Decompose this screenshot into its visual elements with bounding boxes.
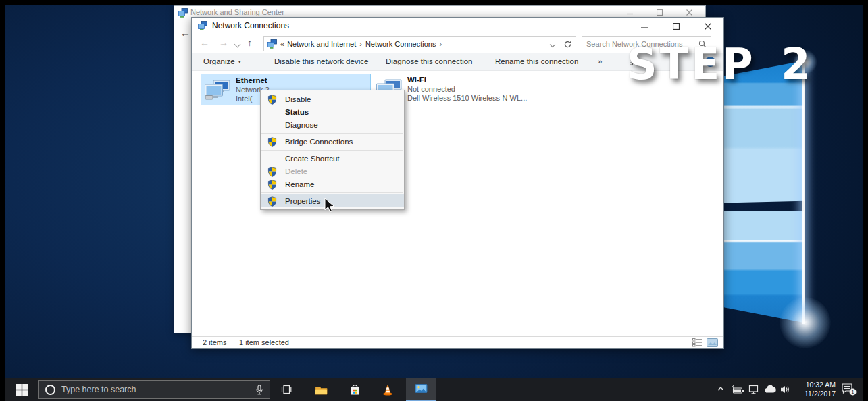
store-bag-icon [349,384,361,396]
status-bar: 2 items 1 item selected [192,336,723,348]
breadcrumb-prefix: « [280,40,284,48]
network-app-icon [415,383,428,394]
nav-forward-icon[interactable]: → [219,37,228,48]
more-commands-chevron[interactable]: » [598,57,602,65]
task-view-icon [280,384,292,395]
windows-logo-glow-bottom [780,297,831,348]
microsoft-store-button[interactable] [341,378,368,401]
refresh-button[interactable] [559,36,576,51]
windows-logo-icon [16,384,28,396]
network-sharing-center-icon [178,8,188,18]
wifi-connection-item[interactable]: Wi-Fi Not connected Dell Wireless 1510 W… [373,74,593,105]
taskbar-search-box[interactable] [38,380,270,399]
nav-up-icon[interactable]: ↑ [247,37,252,48]
address-location-icon [267,39,277,49]
address-dropdown-icon[interactable] [550,42,555,47]
clock-time: 10:32 AM [788,381,836,390]
vlc-button[interactable] [374,378,401,401]
ethernet-adapter-icon [205,80,232,100]
taskbar-search-input[interactable] [61,385,224,394]
item-count: 2 items [203,338,226,346]
onedrive-icon[interactable] [764,384,777,394]
details-view-icon[interactable] [692,338,703,347]
window-title: Network and Sharing Center [190,8,284,16]
start-button[interactable] [8,378,35,401]
mouse-cursor [324,198,339,214]
breadcrumb-network-connections[interactable]: Network Connections [365,40,436,48]
connection-name: Ethernet [236,76,270,86]
minimize-button[interactable] [628,18,660,34]
menu-item-rename[interactable]: Rename [261,178,404,190]
network-connections-icon [198,21,207,30]
notification-count: 1 [851,389,854,395]
breadcrumb-separator: › [439,40,442,48]
uac-shield-icon [267,180,277,190]
action-center-button[interactable]: 1 [841,383,857,396]
menu-item-status[interactable]: Status [261,105,404,118]
clock-date: 11/2/2017 [788,390,836,398]
connection-status: Not connected [407,85,527,95]
uac-shield-icon [267,95,277,105]
menu-item-diagnose[interactable]: Diagnose [261,118,404,131]
menu-separator [261,133,403,134]
disable-device-button[interactable]: Disable this network device [274,57,368,65]
breadcrumb-network-and-internet[interactable]: Network and Internet [287,40,356,48]
breadcrumb-separator: › [359,40,362,48]
organize-button[interactable]: Organize▾ [203,57,241,65]
microphone-icon[interactable] [255,385,264,396]
menu-item-create-shortcut[interactable]: Create Shortcut [261,152,404,165]
refresh-icon [563,40,572,49]
menu-item-delete: Delete [261,165,404,178]
diagnose-connection-button[interactable]: Diagnose this connection [386,57,473,65]
tray-show-hidden-icons[interactable] [716,384,725,394]
connection-name: Wi-Fi [407,76,527,85]
window-title: Network Connections [212,21,289,30]
nav-back-icon[interactable]: ← [200,37,209,48]
active-network-app-button[interactable] [406,378,436,401]
uac-shield-icon [267,196,277,207]
back-arrow-icon[interactable]: ← [180,27,190,38]
taskbar: 10:32 AM 11/2/2017 1 [5,378,863,401]
folder-icon [315,385,328,395]
battery-icon[interactable] [731,384,744,395]
window-titlebar[interactable]: Network Connections [192,18,723,34]
close-button[interactable] [692,18,723,34]
screen: Network and Sharing Center ← Network Con… [0,0,868,401]
selection-count: 1 item selected [239,338,289,346]
maximize-button[interactable] [660,18,692,34]
menu-separator [261,192,403,193]
rename-connection-button[interactable]: Rename this connection [495,57,578,65]
menu-item-bridge-connections[interactable]: Bridge Connections [261,135,404,148]
address-bar[interactable]: « Network and Internet › Network Connect… [263,36,559,51]
network-status-icon[interactable] [748,384,760,395]
task-view-button[interactable] [273,378,300,401]
dropdown-arrow-icon: ▾ [238,59,241,65]
menu-separator [261,150,403,151]
thumbnail-view-icon[interactable] [707,338,718,347]
menu-item-disable[interactable]: Disable [261,92,404,105]
context-menu: Disable Status Diagnose Bridge Connectio… [260,90,405,210]
uac-shield-icon [267,137,277,147]
windows-logo-edge-light [802,59,805,324]
file-explorer-button[interactable] [307,378,334,401]
nav-history-chevron-icon[interactable] [234,41,241,48]
cortana-icon [45,385,55,395]
taskbar-clock[interactable]: 10:32 AM 11/2/2017 [788,381,836,398]
uac-shield-icon [267,167,277,177]
vlc-cone-icon [382,384,394,396]
step-overlay-label: STEP 2 [627,38,813,90]
connection-device: Dell Wireless 1510 Wireless-N WL... [407,94,527,103]
